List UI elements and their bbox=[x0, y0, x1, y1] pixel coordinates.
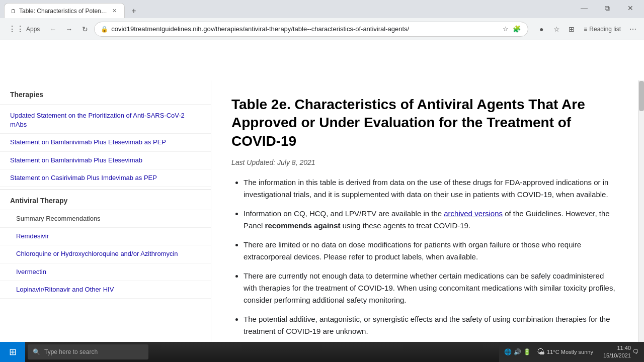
refresh-button[interactable]: ↻ bbox=[78, 22, 92, 36]
sidebar-item-summary[interactable]: Summary Recommendations bbox=[0, 210, 211, 228]
bullet-item-1: The information in this table is derived… bbox=[244, 176, 618, 201]
clock-time: 11:40 bbox=[603, 344, 631, 352]
sidebar-item-casirivimab[interactable]: Statement on Casirivimab Plus Imdevimab … bbox=[0, 169, 211, 187]
antiviral-therapy-parent: Antiviral Therapy bbox=[0, 192, 211, 210]
taskbar-search[interactable]: 🔍 Type here to search bbox=[28, 344, 148, 359]
network-icon[interactable]: 🌐 bbox=[504, 348, 512, 355]
forward-button[interactable]: → bbox=[62, 22, 76, 36]
reading-list-button[interactable]: ≡ Reading list bbox=[580, 24, 625, 35]
sidebar-item-bamlanivimab-pep[interactable]: Statement on Bamlanivimab Plus Etesevima… bbox=[0, 134, 211, 151]
tab-title: Table: Characteristics of Potentia bbox=[19, 8, 107, 15]
bullet-text-4: There are currently not enough data to d… bbox=[244, 272, 615, 304]
apps-label: Apps bbox=[26, 26, 40, 33]
sidebar-item-ivermectin[interactable]: Ivermectin bbox=[0, 263, 211, 281]
notification-icon[interactable]: 🗨 bbox=[633, 348, 639, 355]
search-placeholder: Type here to search bbox=[44, 348, 98, 355]
browser-nav-bar: ⋮⋮ Apps ← → ↻ 🔒 covid19treatmentguidelin… bbox=[0, 18, 644, 40]
apps-button[interactable]: ⋮⋮ Apps bbox=[4, 22, 44, 36]
therapies-section-title: Therapies bbox=[0, 86, 211, 103]
search-icon: 🔍 bbox=[33, 348, 40, 355]
sidebar-item-remdesivir[interactable]: Remdesivir bbox=[0, 228, 211, 245]
tab-close-button[interactable]: ✕ bbox=[110, 7, 118, 15]
page-content: Therapies Updated Statement on the Prior… bbox=[0, 80, 644, 342]
bullet-text-5: The potential additive, antagonistic, or… bbox=[244, 315, 610, 335]
settings-button[interactable]: ⋯ bbox=[626, 22, 640, 36]
volume-icon[interactable]: 🔊 bbox=[514, 348, 521, 355]
windows-icon: ⊞ bbox=[9, 346, 17, 357]
weather-widget[interactable]: 🌤 11°C Mostly sunny bbox=[533, 347, 597, 356]
sidebar-item-lopinavir[interactable]: Lopinavir/Ritonavir and Other HIV bbox=[0, 281, 211, 299]
start-button[interactable]: ⊞ bbox=[0, 342, 25, 362]
weather-icon: 🌤 bbox=[537, 347, 545, 356]
weather-text: 11°C Mostly sunny bbox=[547, 349, 593, 355]
close-button[interactable]: ✕ bbox=[619, 0, 642, 16]
minimize-button[interactable]: — bbox=[573, 0, 596, 16]
scroll-thumb[interactable] bbox=[639, 81, 644, 111]
bullet-list: The information in this table is derived… bbox=[231, 176, 618, 337]
scroll-track[interactable] bbox=[638, 80, 644, 342]
bullet-text-2c: using these agents to treat COVID-19. bbox=[341, 221, 470, 230]
reading-list-label: Reading list bbox=[589, 26, 621, 33]
address-bar[interactable]: 🔒 covid19treatmentguidelines.nih.gov/the… bbox=[94, 22, 528, 37]
back-button[interactable]: ← bbox=[46, 22, 60, 36]
bullet-item-2: Information on CQ, HCQ, and LPV/RTV are … bbox=[244, 208, 618, 232]
taskbar-tray: 🌐 🔊 🔋 🌤 11°C Mostly sunny 11:40 15/10/20… bbox=[499, 342, 644, 362]
reading-list-icon: ≡ bbox=[584, 26, 587, 33]
restore-button[interactable]: ⧉ bbox=[596, 0, 619, 16]
lock-icon: 🔒 bbox=[101, 26, 108, 33]
bullet-text-1: The information in this table is derived… bbox=[244, 178, 608, 199]
profile-button[interactable]: ● bbox=[534, 22, 548, 36]
main-content: Table 2e. Characteristics of Antiviral A… bbox=[211, 80, 638, 342]
sidebar: Therapies Updated Statement on the Prior… bbox=[0, 80, 211, 342]
bookmark-icon[interactable]: ☆ bbox=[502, 24, 510, 34]
sidebar-item-anti-sars[interactable]: Updated Statement on the Prioritization … bbox=[0, 107, 211, 134]
clock-date: 15/10/2021 bbox=[603, 352, 631, 359]
bullet-item-3: There are limited or no data on dose mod… bbox=[244, 239, 618, 263]
taskbar: ⊞ 🔍 Type here to search 🌐 🔊 🔋 🌤 11°C Mos… bbox=[0, 342, 644, 362]
system-clock[interactable]: 11:40 15/10/2021 bbox=[599, 344, 631, 360]
browser-toolbar-right: ● ☆ ⊞ ≡ Reading list ⋯ bbox=[534, 22, 640, 36]
browser-title-bar: 🗒 Table: Characteristics of Potentia ✕ +… bbox=[0, 0, 644, 18]
address-bar-actions: ☆ 🧩 bbox=[502, 24, 522, 34]
battery-icon[interactable]: 🔋 bbox=[523, 348, 531, 355]
recommends-against-bold: recommends against bbox=[265, 221, 341, 230]
favorites-button[interactable]: ☆ bbox=[549, 22, 564, 36]
active-tab[interactable]: 🗒 Table: Characteristics of Potentia ✕ bbox=[4, 3, 125, 18]
collections-button[interactable]: ⊞ bbox=[565, 22, 579, 36]
sidebar-divider-1 bbox=[0, 189, 211, 190]
sidebar-item-bamlanivimab[interactable]: Statement on Bamlanivimab Plus Etesevima… bbox=[0, 152, 211, 169]
page-title: Table 2e. Characteristics of Antiviral A… bbox=[231, 96, 618, 150]
bullet-item-5: The potential additive, antagonistic, or… bbox=[244, 313, 618, 337]
last-updated: Last Updated: July 8, 2021 bbox=[231, 158, 618, 166]
bullet-item-4: There are currently not enough data to d… bbox=[244, 270, 618, 306]
archived-versions-link[interactable]: archived versions bbox=[444, 209, 503, 218]
sidebar-divider-0 bbox=[0, 105, 211, 105]
address-text: covid19treatmentguidelines.nih.gov/thera… bbox=[111, 25, 499, 33]
bullet-text-3: There are limited or no data on dose mod… bbox=[244, 240, 581, 261]
browser-window: 🗒 Table: Characteristics of Potentia ✕ +… bbox=[0, 0, 644, 342]
extensions-icon[interactable]: 🧩 bbox=[512, 24, 522, 34]
sidebar-item-chloroquine[interactable]: Chloroquine or Hydroxychloroquine and/or… bbox=[0, 245, 211, 263]
bullet-text-2a: Information on CQ, HCQ, and LPV/RTV are … bbox=[244, 209, 444, 218]
tab-icon: 🗒 bbox=[11, 8, 16, 14]
new-tab-button[interactable]: + bbox=[127, 4, 141, 18]
